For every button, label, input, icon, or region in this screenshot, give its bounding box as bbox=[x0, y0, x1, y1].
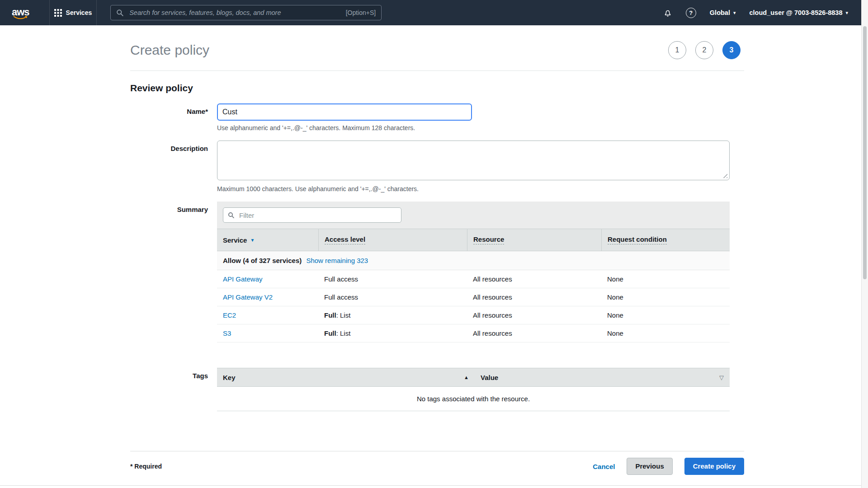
summary-row: API Gateway Full access All resources No… bbox=[217, 270, 730, 288]
tags-table-header: Key ▲ Value ▽ bbox=[217, 368, 730, 387]
allow-count-text: Allow (4 of 327 services) bbox=[223, 257, 302, 264]
create-policy-button[interactable]: Create policy bbox=[684, 458, 744, 475]
service-link[interactable]: EC2 bbox=[223, 311, 236, 319]
tags-panel: Key ▲ Value ▽ No tags associated with th… bbox=[217, 368, 730, 411]
sort-caret-icon: ▽ bbox=[719, 374, 724, 381]
search-icon bbox=[116, 9, 124, 17]
summary-table-header: Service ▼ Access level Resource Request … bbox=[217, 229, 730, 251]
sort-asc-icon: ▲ bbox=[464, 375, 469, 380]
description-form-row: Description Maximum 1000 characters. Use… bbox=[130, 141, 744, 192]
previous-button[interactable]: Previous bbox=[627, 458, 672, 475]
service-link[interactable]: API Gateway V2 bbox=[223, 293, 273, 301]
column-header-request-condition[interactable]: Request condition bbox=[601, 229, 730, 251]
column-header-value[interactable]: Value ▽ bbox=[475, 368, 730, 386]
search-shortcut-hint: [Option+S] bbox=[346, 9, 376, 16]
aws-smile-icon bbox=[13, 15, 28, 19]
column-header-service[interactable]: Service ▼ bbox=[217, 229, 318, 251]
tags-empty-message: No tags associated with the resource. bbox=[217, 387, 730, 411]
allow-services-group-row: Allow (4 of 327 services) Show remaining… bbox=[217, 251, 730, 270]
account-menu[interactable]: cloud_user @ 7003-8526-8838 ▾ bbox=[749, 9, 848, 16]
name-help-text: Use alphanumeric and '+=,.@-_' character… bbox=[217, 124, 744, 131]
name-form-row: Name* Use alphanumeric and '+=,.@-_' cha… bbox=[130, 103, 744, 131]
scrollbar-thumb[interactable] bbox=[863, 26, 867, 279]
chevron-down-icon: ▾ bbox=[733, 10, 736, 16]
summary-row: EC2 Full: List All resources None bbox=[217, 306, 730, 324]
policy-name-input[interactable] bbox=[217, 103, 472, 121]
required-note: * Required bbox=[130, 463, 162, 470]
region-label: Global bbox=[710, 9, 730, 16]
window-bottom-edge bbox=[0, 485, 868, 486]
region-selector[interactable]: Global ▾ bbox=[710, 9, 736, 16]
access-level-cell: Full access bbox=[318, 288, 467, 306]
summary-row: API Gateway V2 Full access All resources… bbox=[217, 288, 730, 306]
cancel-button[interactable]: Cancel bbox=[593, 463, 615, 470]
policy-description-textarea[interactable] bbox=[217, 141, 730, 180]
policy-summary-panel: Service ▼ Access level Resource Request … bbox=[217, 202, 730, 343]
page-title: Create policy bbox=[130, 42, 209, 58]
service-link[interactable]: S3 bbox=[223, 329, 231, 337]
search-icon bbox=[228, 212, 235, 219]
service-link[interactable]: API Gateway bbox=[223, 275, 263, 283]
description-help-text: Maximum 1000 characters. Use alphanumeri… bbox=[217, 185, 744, 192]
condition-cell: None bbox=[601, 270, 730, 288]
aws-top-navigation: aws Services [Option+S] ? bbox=[0, 0, 868, 25]
chevron-down-icon: ▾ bbox=[845, 10, 848, 16]
vertical-scrollbar[interactable] bbox=[861, 0, 868, 488]
global-search-box[interactable]: [Option+S] bbox=[110, 5, 382, 20]
access-level-cell: Full: List bbox=[318, 306, 467, 324]
condition-cell: None bbox=[601, 306, 730, 324]
services-label: Services bbox=[66, 9, 92, 16]
section-title: Review policy bbox=[130, 83, 744, 94]
notifications-button[interactable] bbox=[663, 8, 672, 18]
wizard-step-3-active[interactable]: 3 bbox=[722, 41, 741, 59]
help-icon[interactable]: ? bbox=[686, 8, 696, 18]
services-menu-button[interactable]: Services bbox=[49, 0, 97, 25]
show-remaining-link[interactable]: Show remaining 323 bbox=[306, 257, 368, 264]
search-input[interactable] bbox=[128, 9, 341, 17]
wizard-steps: 1 2 3 bbox=[668, 41, 741, 59]
wizard-step-1[interactable]: 1 bbox=[668, 41, 686, 59]
column-header-key[interactable]: Key ▲ bbox=[217, 368, 475, 386]
sort-caret-icon: ▼ bbox=[250, 238, 255, 243]
access-level-cell: Full: List bbox=[318, 324, 467, 342]
summary-label: Summary bbox=[130, 202, 217, 343]
topnav-right-cluster: ? Global ▾ cloud_user @ 7003-8526-8838 ▾ bbox=[663, 8, 848, 18]
grid-icon bbox=[54, 9, 62, 17]
tags-form-row: Tags Key ▲ Value ▽ No tags associated wi… bbox=[130, 368, 744, 411]
summary-form-row: Summary Service ▼ bbox=[130, 202, 744, 343]
column-header-resource[interactable]: Resource bbox=[467, 229, 601, 251]
summary-filter-box[interactable] bbox=[223, 207, 401, 223]
resource-cell: All resources bbox=[467, 288, 601, 306]
resource-cell: All resources bbox=[467, 324, 601, 342]
account-label: cloud_user @ 7003-8526-8838 bbox=[749, 9, 842, 16]
wizard-footer: * Required Cancel Previous Create policy bbox=[130, 451, 744, 475]
description-label: Description bbox=[130, 141, 217, 192]
summary-filter-input[interactable] bbox=[238, 211, 396, 220]
condition-cell: None bbox=[601, 324, 730, 342]
access-level-cell: Full access bbox=[318, 270, 467, 288]
tags-label: Tags bbox=[130, 368, 217, 411]
create-policy-page: Create policy 1 2 3 Review policy Name* … bbox=[130, 25, 744, 475]
header-divider bbox=[130, 70, 744, 71]
name-label: Name* bbox=[130, 103, 217, 131]
aws-logo[interactable]: aws bbox=[12, 8, 29, 19]
resource-cell: All resources bbox=[467, 306, 601, 324]
bell-icon bbox=[663, 8, 672, 18]
column-header-access-level[interactable]: Access level bbox=[318, 229, 467, 251]
wizard-step-2[interactable]: 2 bbox=[695, 41, 713, 59]
summary-filter-bar bbox=[217, 202, 730, 229]
summary-row: S3 Full: List All resources None bbox=[217, 324, 730, 343]
resource-cell: All resources bbox=[467, 270, 601, 288]
condition-cell: None bbox=[601, 288, 730, 306]
